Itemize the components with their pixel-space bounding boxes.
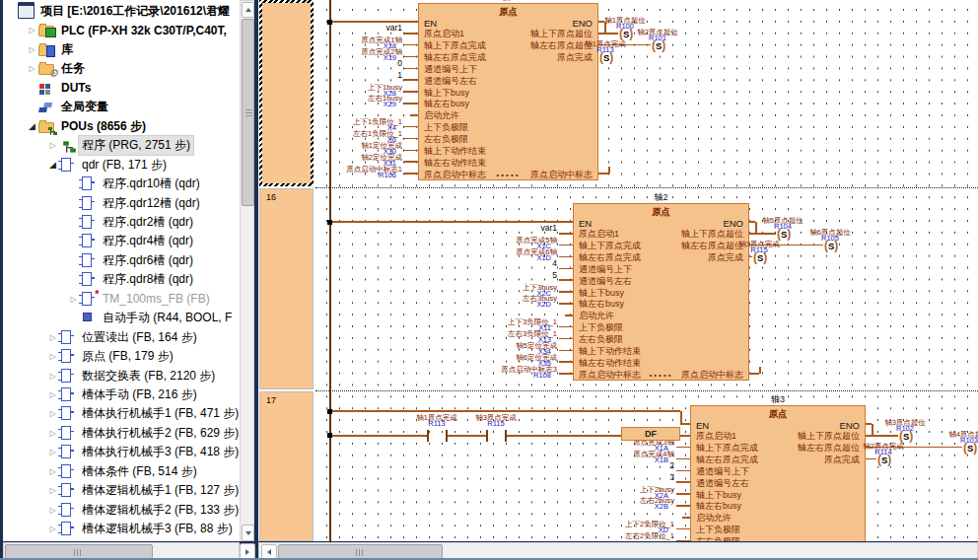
- coil-operand-label[interactable]: 轴4原点超位R103: [924, 431, 978, 445]
- fb-pin-row: 轴上下busy: [696, 490, 860, 501]
- input-stub-wire: [682, 517, 690, 519]
- network-cell[interactable]: 16: [259, 188, 314, 389]
- tree-item[interactable]: 全局变量: [3, 98, 240, 116]
- operand-literal[interactable]: 3: [528, 473, 674, 482]
- editor-hscroll-thumb[interactable]: [278, 544, 443, 559]
- input-stub-wire: [404, 68, 418, 70]
- operand-label[interactable]: 原点启动中标志1R106: [315, 166, 402, 179]
- tree-item[interactable]: ▷原点 (FB, 179 步): [3, 347, 240, 366]
- fb-output-pin-label: 轴上下原点超位: [798, 431, 860, 442]
- tree-item[interactable]: ▷位置读出 (FB, 164 步): [3, 328, 240, 347]
- operand-literal[interactable]: 2: [528, 461, 674, 470]
- network-cell-selected[interactable]: [259, 0, 314, 186]
- contact-bar[interactable]: [427, 430, 429, 442]
- expander-collapsed-icon[interactable]: ▷: [26, 64, 38, 73]
- operand-label[interactable]: 左右2负限位_1: [528, 532, 674, 540]
- operand-label[interactable]: 左右2busyX2B: [528, 497, 674, 511]
- function-block-轴3[interactable]: 原点ENENO原点启动1轴上下原点超位轴上下原点完成轴左右原点超位轴左右原点完成…: [690, 405, 866, 541]
- tree-item[interactable]: ▷数据交换表 (FB, 2120 步): [3, 367, 240, 385]
- editor-horizontal-scrollbar[interactable]: [258, 542, 978, 559]
- rail-connection-point: [327, 409, 332, 414]
- fbd-editor-panel: 1617 轴1原点ENENO原点启动1轴上下原点超位轴上下原点完成轴左右原点超位…: [258, 0, 978, 541]
- expander-collapsed-icon[interactable]: ▷: [46, 141, 59, 150]
- tree-item[interactable]: ▷槽体逻辑机械手1 (FB, 127 步): [3, 481, 240, 500]
- tree-item-label: 位置读出 (FB, 164 步): [79, 328, 200, 347]
- tree-item[interactable]: DUTs: [3, 79, 240, 98]
- function-block-轴1[interactable]: 原点ENENO原点启动1轴上下原点超位轴上下原点完成轴左右原点超位轴左右原点完成…: [418, 3, 598, 180]
- tree-item[interactable]: ▷程序 (PRG, 2751 步): [3, 136, 240, 155]
- operand-label[interactable]: 左右3busyX2D: [411, 295, 557, 309]
- operand-literal[interactable]: var1: [315, 24, 402, 33]
- tree-item-label: 原点 (FB, 179 步): [79, 347, 176, 366]
- tree-item[interactable]: ▷槽体逻辑机械手2 (FB, 133 步): [3, 501, 240, 520]
- tree-horizontal-scrollbar[interactable]: [3, 542, 240, 559]
- operand-literal[interactable]: var1: [411, 224, 557, 233]
- fb-input-pin-label: 轴左右原点完成: [696, 455, 758, 465]
- tree-item[interactable]: ▷槽体手动 (FB, 216 步): [3, 385, 240, 404]
- tree-item[interactable]: ▷槽体条件 (FB, 514 步): [3, 462, 240, 481]
- tree-item[interactable]: 程序.qdr8槽 (qdr): [3, 270, 240, 289]
- tree-item[interactable]: ▷PLC (FP-XH 32k C30T/P,C40T,: [3, 21, 240, 39]
- operand-literal[interactable]: 1: [315, 71, 402, 80]
- network-cell[interactable]: 17: [259, 391, 314, 541]
- tree-vertical-scrollbar[interactable]: [240, 0, 254, 541]
- operand-label[interactable]: 原点启动中标志3R108: [411, 366, 557, 380]
- expander-open-icon[interactable]: ◢: [26, 121, 38, 131]
- scroll-down-button[interactable]: [242, 525, 254, 541]
- fb-input-pin-label: 启动允许: [424, 110, 459, 121]
- function-block-轴2[interactable]: 原点ENENO原点启动1轴上下原点超位轴上下原点完成轴左右原点超位轴左右原点完成…: [573, 203, 749, 381]
- tree-hscroll-thumb[interactable]: [5, 544, 153, 559]
- fb-pin-row: ENENO: [696, 420, 860, 431]
- tree-item[interactable]: ◢qdr (FB, 171 步): [3, 156, 240, 175]
- fbd-canvas[interactable]: 轴1原点ENENO原点启动1轴上下原点超位轴上下原点完成轴左右原点超位轴左右原点…: [315, 0, 978, 541]
- tree-item[interactable]: ▷槽体执行机械手3 (FB, 418 步): [3, 443, 240, 461]
- tree-item[interactable]: 程序.qdr4槽 (qdr): [3, 232, 240, 250]
- editor-scroll-left-button[interactable]: [261, 544, 277, 559]
- tree-item[interactable]: 程序.qdr12槽 (qdr): [3, 194, 240, 213]
- contact-bar[interactable]: [446, 430, 448, 442]
- tree-item[interactable]: ▷槽体执行机械手2 (FB, 629 步): [3, 424, 240, 443]
- fb-pin-row: 启动允许: [424, 110, 593, 121]
- contact-bar[interactable]: [486, 430, 488, 442]
- var-icon: [80, 311, 98, 325]
- fpwin-pro-window: { "colors":{"block_fill":"#f5c28c","bloc…: [0, 0, 978, 560]
- tree-item[interactable]: ▷库: [3, 40, 240, 59]
- scroll-up-button[interactable]: [242, 2, 254, 18]
- input-stub-wire: [676, 458, 690, 460]
- tree-item[interactable]: ◢POUs (8656 步): [3, 117, 240, 136]
- fb-input-pin-label: 启动允许: [696, 513, 732, 524]
- df-instruction-box[interactable]: DF: [621, 427, 680, 441]
- tree-item[interactable]: 项目 [E:\2016工作记录\201612\君耀: [3, 2, 240, 21]
- tree-item-label: 库: [58, 40, 76, 59]
- input-stub-wire: [559, 291, 573, 293]
- fb-icon: [59, 503, 77, 518]
- left-power-rail: [329, 0, 331, 541]
- contact-operand-label[interactable]: 轴3原点完成R115: [452, 414, 540, 428]
- tree-item[interactable]: 程序.qdr6槽 (qdr): [3, 251, 240, 270]
- tree-item[interactable]: ▷槽体逻辑机械手3 (FB, 88 步): [3, 520, 240, 538]
- expander-collapsed-icon[interactable]: ▷: [26, 45, 38, 54]
- coil-operand-label[interactable]: 轴1原点完成R113: [560, 40, 651, 54]
- operand-literal[interactable]: 5: [411, 271, 557, 280]
- tree-item[interactable]: ▷槽体执行机械手1 (FB, 471 步): [3, 404, 240, 423]
- tree-item[interactable]: 程序.qdr10槽 (qdr): [3, 175, 240, 193]
- tree-item-label: 槽体执行机械手1 (FB, 471 步): [79, 404, 240, 423]
- coil-operand-label[interactable]: 轴3原点完成R115: [714, 241, 804, 254]
- tree-item-label: 全局变量: [58, 98, 111, 116]
- tree-item[interactable]: 自动手动 (R44, BOOL, F: [3, 309, 240, 327]
- operand-literal[interactable]: 4: [411, 259, 557, 268]
- operand-literal[interactable]: 0: [315, 59, 402, 68]
- coil-operand-label[interactable]: 轴2原点完成R114: [838, 443, 929, 456]
- tree-vscroll-thumb[interactable]: [242, 19, 254, 206]
- fb-icon: [80, 215, 98, 230]
- feedback-dots: •••••: [486, 170, 530, 180]
- fb-input-pin-label: 轴左右原点完成: [424, 52, 486, 63]
- tree-item[interactable]: ▷*TM_100ms_FB (FB): [3, 290, 240, 309]
- tree-item[interactable]: ▷⚙任务: [3, 59, 240, 78]
- fb-icon: [59, 483, 77, 498]
- fb-input-pin-label: 轴上下原点完成: [424, 40, 486, 51]
- contact-bar[interactable]: [505, 430, 507, 442]
- expander-collapsed-icon[interactable]: ▷: [26, 26, 38, 35]
- operand-label[interactable]: 左右1busyX29: [315, 95, 402, 108]
- tree-item[interactable]: 程序.qdr2槽 (qdr): [3, 213, 240, 232]
